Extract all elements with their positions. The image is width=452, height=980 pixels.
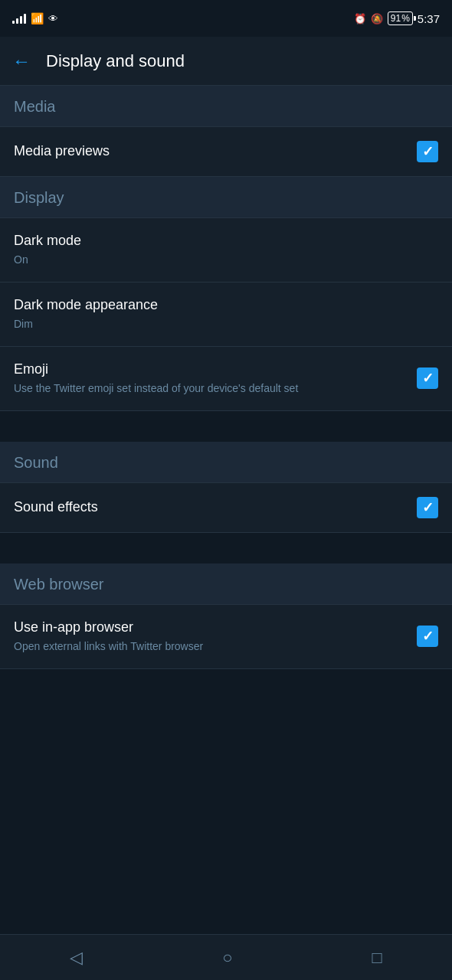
bottom-spacer	[0, 669, 452, 730]
dark-mode-appearance-item[interactable]: Dark mode appearance Dim	[0, 283, 452, 347]
battery-level: 91	[391, 13, 401, 24]
media-previews-title: Media previews	[14, 142, 405, 160]
sound-effects-checkmark: ✓	[422, 501, 434, 514]
web-browser-section: Web browser Use in-app browser Open exte…	[0, 564, 452, 669]
media-previews-checkbox[interactable]: ✓	[417, 141, 438, 162]
spacer-display-sound	[0, 411, 452, 442]
sound-effects-item[interactable]: Sound effects ✓	[0, 483, 452, 533]
media-previews-content: Media previews	[14, 142, 417, 160]
in-app-browser-content: Use in-app browser Open external links w…	[14, 619, 417, 655]
status-left-icons: 📶 👁	[12, 12, 58, 24]
in-app-browser-checkmark: ✓	[422, 629, 434, 643]
battery-icon: 91%	[388, 11, 413, 25]
sound-section-header: Sound	[0, 442, 452, 483]
media-previews-item[interactable]: Media previews ✓	[0, 127, 452, 177]
media-previews-checkmark: ✓	[422, 145, 434, 158]
nav-bar: ◁ ○ □	[0, 934, 452, 980]
dark-mode-title: Dark mode	[14, 232, 426, 250]
clock: 5:37	[418, 12, 440, 25]
sound-section-label: Sound	[14, 454, 58, 471]
sound-effects-title: Sound effects	[14, 498, 405, 516]
in-app-browser-item[interactable]: Use in-app browser Open external links w…	[0, 605, 452, 669]
media-section-header: Media	[0, 86, 452, 127]
nav-home-button[interactable]: ○	[222, 948, 232, 968]
dark-mode-appearance-content: Dark mode appearance Dim	[14, 296, 438, 332]
bell-mute-icon: 🔕	[371, 13, 383, 24]
back-button[interactable]: ←	[12, 51, 31, 72]
in-app-browser-title: Use in-app browser	[14, 619, 405, 636]
web-browser-section-header: Web browser	[0, 564, 452, 605]
sound-section: Sound Sound effects ✓	[0, 442, 452, 533]
display-section-label: Display	[14, 189, 64, 206]
signal-icon	[12, 13, 26, 24]
emoji-checkmark: ✓	[422, 371, 434, 385]
page-title: Display and sound	[46, 51, 185, 71]
dark-mode-appearance-title: Dark mode appearance	[14, 296, 426, 314]
web-browser-section-label: Web browser	[14, 576, 103, 593]
dark-mode-item[interactable]: Dark mode On	[0, 218, 452, 283]
in-app-browser-subtitle: Open external links with Twitter browser	[14, 639, 405, 655]
app-bar: ← Display and sound	[0, 37, 452, 86]
sound-effects-content: Sound effects	[14, 498, 417, 516]
emoji-title: Emoji	[14, 361, 405, 378]
dark-mode-content: Dark mode On	[14, 232, 438, 268]
spacer-sound-web	[0, 533, 452, 564]
display-section-header: Display	[0, 177, 452, 218]
emoji-checkbox[interactable]: ✓	[417, 368, 438, 389]
media-section: Media Media previews ✓	[0, 86, 452, 177]
in-app-browser-checkbox[interactable]: ✓	[417, 626, 438, 647]
emoji-content: Emoji Use the Twitter emoji set instead …	[14, 361, 417, 397]
media-section-label: Media	[14, 98, 55, 115]
display-section: Display Dark mode On Dark mode appearanc…	[0, 177, 452, 411]
sound-effects-checkbox[interactable]: ✓	[417, 497, 438, 518]
eye-icon: 👁	[48, 13, 58, 24]
emoji-subtitle: Use the Twitter emoji set instead of you…	[14, 381, 405, 397]
status-bar: 📶 👁 ⏰ 🔕 91% 5:37	[0, 0, 452, 37]
emoji-item[interactable]: Emoji Use the Twitter emoji set instead …	[0, 347, 452, 411]
wifi-icon: 📶	[31, 12, 44, 24]
dark-mode-subtitle: On	[14, 253, 426, 268]
status-right-icons: ⏰ 🔕 91% 5:37	[354, 11, 440, 25]
nav-recent-button[interactable]: □	[372, 948, 382, 968]
nav-back-button[interactable]: ◁	[70, 948, 83, 968]
dark-mode-appearance-subtitle: Dim	[14, 317, 426, 332]
alarm-icon: ⏰	[354, 13, 366, 24]
